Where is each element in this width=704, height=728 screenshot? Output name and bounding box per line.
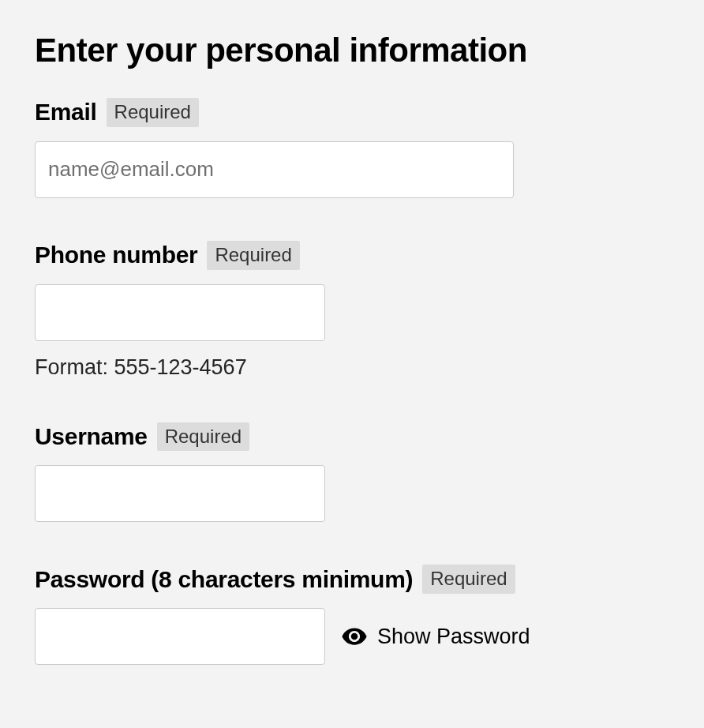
show-password-label: Show Password (377, 625, 530, 649)
username-label: Username (35, 423, 148, 450)
email-field-block: Email Required (35, 98, 669, 198)
password-label: Password (8 characters minimum) (35, 566, 413, 593)
phone-field-block: Phone number Required Format: 555-123-45… (35, 241, 669, 380)
phone-helper-text: Format: 555-123-4567 (35, 355, 669, 380)
phone-required-badge: Required (207, 241, 299, 270)
email-label: Email (35, 99, 97, 126)
email-label-row: Email Required (35, 98, 669, 127)
show-password-toggle[interactable]: Show Password (341, 623, 530, 650)
username-required-badge: Required (157, 422, 249, 452)
page-title: Enter your personal information (35, 32, 669, 69)
email-required-badge: Required (107, 98, 199, 127)
password-input-row: Show Password (35, 608, 669, 665)
phone-input[interactable] (35, 284, 325, 341)
password-input[interactable] (35, 608, 325, 665)
password-label-row: Password (8 characters minimum) Required (35, 565, 669, 594)
password-required-badge: Required (422, 565, 515, 594)
email-input[interactable] (35, 141, 514, 198)
username-label-row: Username Required (35, 422, 669, 452)
password-field-block: Password (8 characters minimum) Required… (35, 565, 669, 665)
phone-label-row: Phone number Required (35, 241, 669, 270)
phone-label: Phone number (35, 242, 197, 268)
eye-icon (341, 623, 368, 650)
username-field-block: Username Required (35, 422, 669, 523)
username-input[interactable] (35, 465, 325, 522)
